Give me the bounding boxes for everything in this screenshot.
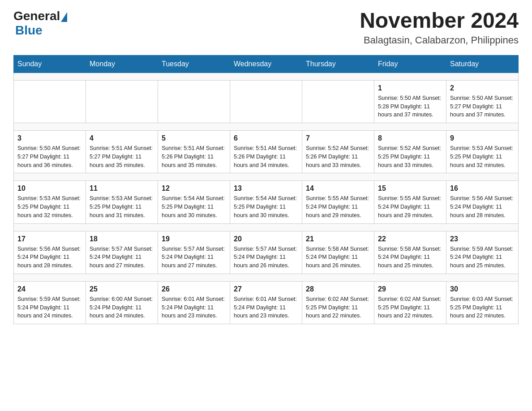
day-number: 3 <box>17 134 82 142</box>
header-monday: Monday <box>86 55 158 73</box>
day-info: Sunrise: 5:51 AM Sunset: 5:26 PM Dayligh… <box>162 144 226 169</box>
day-info: Sunrise: 6:00 AM Sunset: 5:24 PM Dayligh… <box>90 295 154 320</box>
header: General Blue November 2024 Balagtasin, C… <box>13 9 519 46</box>
week-row-1: 3Sunrise: 5:50 AM Sunset: 5:27 PM Daylig… <box>14 131 519 173</box>
day-cell-w0-d3 <box>230 80 302 123</box>
day-number: 14 <box>306 184 370 193</box>
day-info: Sunrise: 5:54 AM Sunset: 5:25 PM Dayligh… <box>234 194 298 219</box>
day-cell-w2-d2: 12Sunrise: 5:54 AM Sunset: 5:25 PM Dayli… <box>158 181 230 223</box>
day-info: Sunrise: 6:03 AM Sunset: 5:25 PM Dayligh… <box>450 295 515 320</box>
day-number: 7 <box>306 134 370 142</box>
header-tuesday: Tuesday <box>158 55 230 73</box>
divider-row-4 <box>14 274 519 281</box>
day-cell-w2-d1: 11Sunrise: 5:53 AM Sunset: 5:25 PM Dayli… <box>86 181 158 223</box>
day-number: 1 <box>378 84 442 92</box>
header-sunday: Sunday <box>14 55 86 73</box>
header-saturday: Saturday <box>446 55 519 73</box>
day-cell-w3-d3: 20Sunrise: 5:57 AM Sunset: 5:24 PM Dayli… <box>230 231 302 274</box>
day-cell-w4-d3: 27Sunrise: 6:01 AM Sunset: 5:24 PM Dayli… <box>230 281 302 324</box>
day-number: 29 <box>378 285 442 293</box>
day-number: 24 <box>17 285 82 293</box>
day-number: 30 <box>450 285 515 293</box>
day-number: 5 <box>162 134 226 142</box>
day-info: Sunrise: 5:53 AM Sunset: 5:25 PM Dayligh… <box>450 144 515 169</box>
divider-row-2 <box>14 173 519 181</box>
day-cell-w3-d0: 17Sunrise: 5:56 AM Sunset: 5:24 PM Dayli… <box>14 231 86 274</box>
divider-row-3 <box>14 223 519 231</box>
logo: General Blue <box>13 9 67 38</box>
divider-row-0 <box>14 73 519 80</box>
day-cell-w3-d4: 21Sunrise: 5:58 AM Sunset: 5:24 PM Dayli… <box>302 231 374 274</box>
day-info: Sunrise: 5:50 AM Sunset: 5:27 PM Dayligh… <box>17 144 82 169</box>
day-cell-w1-d6: 9Sunrise: 5:53 AM Sunset: 5:25 PM Daylig… <box>446 131 519 173</box>
day-cell-w1-d1: 4Sunrise: 5:51 AM Sunset: 5:27 PM Daylig… <box>86 131 158 173</box>
day-number: 8 <box>378 134 442 142</box>
day-info: Sunrise: 5:57 AM Sunset: 5:24 PM Dayligh… <box>90 245 154 270</box>
day-info: Sunrise: 5:57 AM Sunset: 5:24 PM Dayligh… <box>162 245 226 270</box>
day-info: Sunrise: 5:54 AM Sunset: 5:25 PM Dayligh… <box>162 194 226 219</box>
day-info: Sunrise: 5:50 AM Sunset: 5:27 PM Dayligh… <box>450 94 515 119</box>
day-cell-w2-d4: 14Sunrise: 5:55 AM Sunset: 5:24 PM Dayli… <box>302 181 374 223</box>
calendar-header-row: SundayMondayTuesdayWednesdayThursdayFrid… <box>14 55 519 73</box>
day-cell-w2-d6: 16Sunrise: 5:56 AM Sunset: 5:24 PM Dayli… <box>446 181 519 223</box>
day-cell-w3-d5: 22Sunrise: 5:58 AM Sunset: 5:24 PM Dayli… <box>374 231 446 274</box>
day-cell-w2-d0: 10Sunrise: 5:53 AM Sunset: 5:25 PM Dayli… <box>14 181 86 223</box>
header-friday: Friday <box>374 55 446 73</box>
day-info: Sunrise: 5:55 AM Sunset: 5:24 PM Dayligh… <box>378 194 442 219</box>
day-number: 20 <box>234 235 298 243</box>
day-number: 12 <box>162 184 226 193</box>
logo-general-text: General <box>13 9 60 23</box>
logo-triangle-icon <box>61 12 67 22</box>
day-cell-w3-d1: 18Sunrise: 5:57 AM Sunset: 5:24 PM Dayli… <box>86 231 158 274</box>
day-info: Sunrise: 6:02 AM Sunset: 5:25 PM Dayligh… <box>378 295 442 320</box>
day-number: 21 <box>306 235 370 243</box>
day-cell-w0-d6: 2Sunrise: 5:50 AM Sunset: 5:27 PM Daylig… <box>446 80 519 123</box>
day-info: Sunrise: 6:01 AM Sunset: 5:24 PM Dayligh… <box>234 295 298 320</box>
day-cell-w3-d2: 19Sunrise: 5:57 AM Sunset: 5:24 PM Dayli… <box>158 231 230 274</box>
day-info: Sunrise: 5:51 AM Sunset: 5:26 PM Dayligh… <box>234 144 298 169</box>
day-cell-w0-d1 <box>86 80 158 123</box>
day-cell-w0-d0 <box>14 80 86 123</box>
day-cell-w3-d6: 23Sunrise: 5:59 AM Sunset: 5:24 PM Dayli… <box>446 231 519 274</box>
day-number: 2 <box>450 84 515 92</box>
day-cell-w4-d0: 24Sunrise: 5:59 AM Sunset: 5:24 PM Dayli… <box>14 281 86 324</box>
day-number: 19 <box>162 235 226 243</box>
day-number: 16 <box>450 184 515 193</box>
day-info: Sunrise: 6:02 AM Sunset: 5:25 PM Dayligh… <box>306 295 370 320</box>
day-cell-w2-d5: 15Sunrise: 5:55 AM Sunset: 5:24 PM Dayli… <box>374 181 446 223</box>
day-info: Sunrise: 5:52 AM Sunset: 5:25 PM Dayligh… <box>378 144 442 169</box>
day-cell-w0-d2 <box>158 80 230 123</box>
logo-blue-text: Blue <box>15 23 43 37</box>
day-cell-w4-d5: 29Sunrise: 6:02 AM Sunset: 5:25 PM Dayli… <box>374 281 446 324</box>
day-number: 10 <box>17 184 82 193</box>
day-info: Sunrise: 5:56 AM Sunset: 5:24 PM Dayligh… <box>17 245 82 270</box>
divider-row-1 <box>14 123 519 131</box>
day-cell-w1-d3: 6Sunrise: 5:51 AM Sunset: 5:26 PM Daylig… <box>230 131 302 173</box>
week-row-4: 24Sunrise: 5:59 AM Sunset: 5:24 PM Dayli… <box>14 281 519 324</box>
day-cell-w4-d1: 25Sunrise: 6:00 AM Sunset: 5:24 PM Dayli… <box>86 281 158 324</box>
day-info: Sunrise: 5:59 AM Sunset: 5:24 PM Dayligh… <box>450 245 515 270</box>
day-number: 18 <box>90 235 154 243</box>
day-info: Sunrise: 6:01 AM Sunset: 5:24 PM Dayligh… <box>162 295 226 320</box>
day-info: Sunrise: 5:58 AM Sunset: 5:24 PM Dayligh… <box>378 245 442 270</box>
day-number: 28 <box>306 285 370 293</box>
header-wednesday: Wednesday <box>230 55 302 73</box>
title-area: November 2024 Balagtasin, Calabarzon, Ph… <box>360 9 519 46</box>
week-row-3: 17Sunrise: 5:56 AM Sunset: 5:24 PM Dayli… <box>14 231 519 274</box>
day-cell-w1-d4: 7Sunrise: 5:52 AM Sunset: 5:26 PM Daylig… <box>302 131 374 173</box>
month-title: November 2024 <box>360 9 519 33</box>
day-cell-w4-d4: 28Sunrise: 6:02 AM Sunset: 5:25 PM Dayli… <box>302 281 374 324</box>
header-thursday: Thursday <box>302 55 374 73</box>
day-cell-w4-d6: 30Sunrise: 6:03 AM Sunset: 5:25 PM Dayli… <box>446 281 519 324</box>
location-subtitle: Balagtasin, Calabarzon, Philippines <box>360 34 519 46</box>
day-number: 9 <box>450 134 515 142</box>
day-cell-w1-d5: 8Sunrise: 5:52 AM Sunset: 5:25 PM Daylig… <box>374 131 446 173</box>
day-number: 13 <box>234 184 298 193</box>
day-number: 4 <box>90 134 154 142</box>
day-number: 23 <box>450 235 515 243</box>
day-info: Sunrise: 5:59 AM Sunset: 5:24 PM Dayligh… <box>17 295 82 320</box>
day-info: Sunrise: 5:53 AM Sunset: 5:25 PM Dayligh… <box>17 194 82 219</box>
day-number: 11 <box>90 184 154 193</box>
day-info: Sunrise: 5:58 AM Sunset: 5:24 PM Dayligh… <box>306 245 370 270</box>
day-number: 27 <box>234 285 298 293</box>
